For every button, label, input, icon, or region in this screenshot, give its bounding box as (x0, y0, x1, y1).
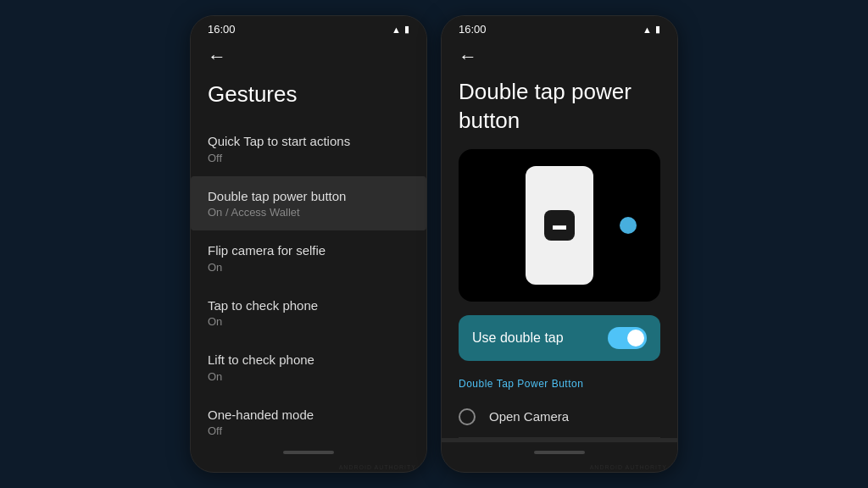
settings-item-subtitle-5: Off (208, 424, 409, 437)
phone-animation-preview: ▬ (459, 149, 660, 302)
open-camera-option[interactable]: Open Camera (442, 396, 677, 437)
settings-item-title-2: Flip camera for selfie (208, 242, 409, 259)
right-wifi-icon: ▲ (643, 25, 652, 35)
left-back-button[interactable]: ← (191, 39, 426, 71)
open-camera-radio[interactable] (459, 408, 476, 425)
settings-item-2[interactable]: Flip camera for selfie On (191, 230, 426, 286)
settings-item-5[interactable]: One-handed mode Off (191, 395, 426, 443)
toggle-label: Use double tap (472, 330, 564, 346)
left-watermark: ANDROID AUTHORITY (191, 463, 426, 472)
wallet-app-icon: ▬ (544, 210, 575, 241)
left-page-title: Gestures (191, 71, 426, 121)
right-screen-content: Double tap powerbutton ▬ Use double tap … (442, 71, 677, 442)
settings-item-title-3: Tap to check phone (208, 297, 409, 314)
right-watermark: ANDROID AUTHORITY (442, 463, 677, 472)
left-home-bar (191, 442, 426, 463)
right-status-icons: ▲ ▮ (643, 24, 660, 35)
section-label: Double Tap Power Button (442, 368, 677, 396)
right-battery-icon: ▮ (655, 24, 660, 35)
right-home-indicator (534, 451, 585, 454)
left-status-bar: 16:00 ▲ ▮ (191, 16, 426, 39)
settings-item-4[interactable]: Lift to check phone On (191, 340, 426, 395)
right-status-time: 16:00 (459, 23, 487, 36)
right-phone: 16:00 ▲ ▮ ← Double tap powerbutton ▬ Use… (441, 15, 678, 473)
settings-item-1[interactable]: Double tap power button On / Access Wall… (191, 176, 426, 231)
right-page-title: Double tap powerbutton (442, 71, 677, 149)
toggle-knob (627, 330, 644, 347)
wifi-icon: ▲ (392, 25, 401, 35)
use-double-tap-toggle-row[interactable]: Use double tap (459, 315, 660, 361)
left-status-icons: ▲ ▮ (392, 24, 409, 35)
settings-item-subtitle-3: On (208, 315, 409, 328)
settings-item-subtitle-2: On (208, 261, 409, 274)
left-status-time: 16:00 (208, 23, 236, 36)
right-home-bar (442, 442, 677, 463)
settings-item-subtitle-1: On / Access Wallet (208, 206, 409, 219)
settings-item-title-0: Quick Tap to start actions (208, 133, 409, 150)
right-back-button[interactable]: ← (442, 39, 677, 71)
battery-icon: ▮ (404, 24, 409, 35)
left-screen-content: Gestures Quick Tap to start actions Off … (191, 71, 426, 442)
left-phone: 16:00 ▲ ▮ ← Gestures Quick Tap to start … (190, 15, 427, 473)
tap-indicator-dot (620, 217, 637, 234)
settings-item-title-5: One-handed mode (208, 407, 409, 424)
animated-phone-device: ▬ (526, 166, 593, 285)
settings-item-3[interactable]: Tap to check phone On (191, 286, 426, 341)
settings-item-subtitle-4: On (208, 370, 409, 383)
right-status-bar: 16:00 ▲ ▮ (442, 16, 677, 39)
settings-item-0[interactable]: Quick Tap to start actions Off (191, 121, 426, 176)
left-home-indicator (283, 451, 334, 454)
settings-item-title-4: Lift to check phone (208, 352, 409, 369)
open-camera-label: Open Camera (489, 409, 569, 424)
double-tap-toggle-switch[interactable] (608, 327, 647, 349)
settings-item-title-1: Double tap power button (208, 188, 409, 205)
gestures-list: Quick Tap to start actions Off Double ta… (191, 121, 426, 442)
settings-item-subtitle-0: Off (208, 152, 409, 164)
wallet-icon: ▬ (553, 218, 566, 233)
